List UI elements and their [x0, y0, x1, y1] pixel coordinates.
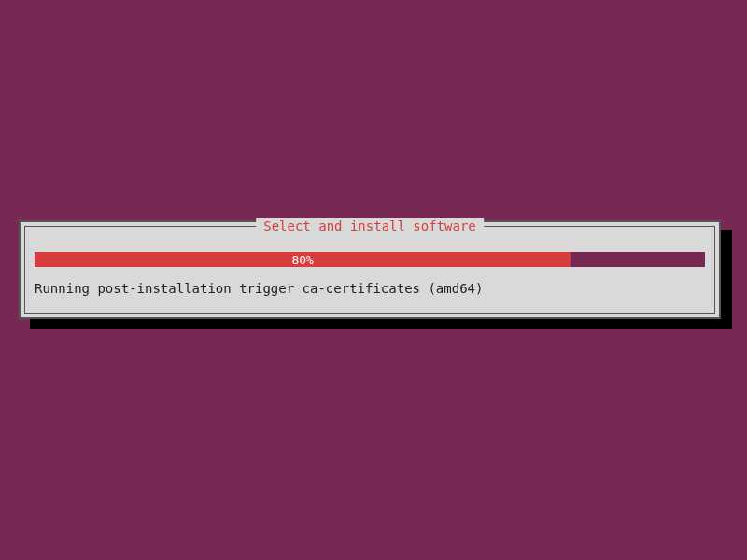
progress-percent-label: 80%: [291, 253, 313, 267]
status-text: Running post-installation trigger ca-cer…: [35, 281, 483, 296]
installer-dialog: Select and install software 80% Running …: [19, 220, 721, 319]
progress-bar: 80%: [35, 252, 705, 267]
dialog-title: Select and install software: [256, 218, 484, 233]
dialog-border: Select and install software 80% Running …: [24, 226, 715, 314]
progress-fill: 80%: [35, 252, 571, 267]
